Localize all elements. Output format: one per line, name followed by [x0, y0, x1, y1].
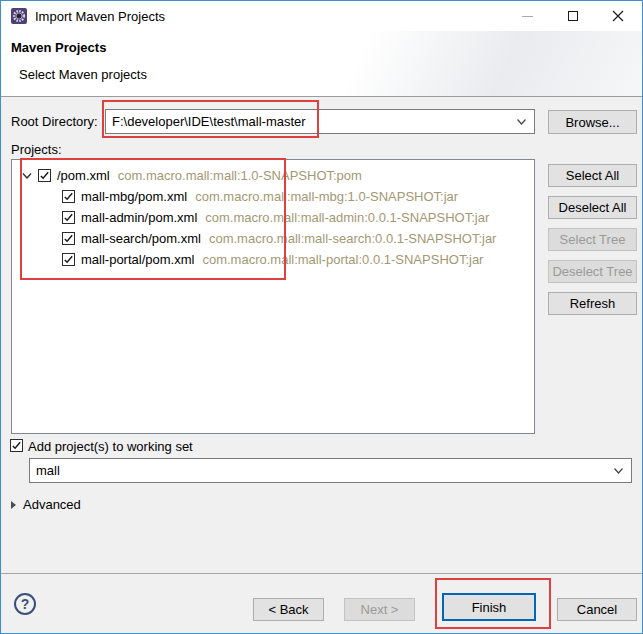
window-title: Import Maven Projects [35, 9, 165, 24]
minimize-button[interactable] [512, 1, 542, 31]
tree-expander-icon[interactable] [20, 172, 34, 180]
tree-node-label[interactable]: /pom.xml [57, 168, 110, 183]
advanced-label: Advanced [23, 497, 81, 512]
working-set-input[interactable]: mall [29, 458, 632, 483]
projects-tree[interactable]: /pom.xml com.macro.mall:mall:1.0-SNAPSHO… [11, 159, 535, 434]
projects-label: Projects: [11, 142, 62, 157]
working-set-label[interactable]: Add project(s) to working set [28, 439, 193, 454]
close-button[interactable] [603, 1, 633, 31]
checkmark-icon [63, 191, 74, 202]
tree-node-artifact: com.macro.mall:mall-mbg:1.0-SNAPSHOT:jar [195, 189, 458, 204]
select-tree-button: Select Tree [548, 228, 637, 251]
tree-row-mall-admin[interactable]: mall-admin/pom.xml com.macro.mall:mall-a… [12, 207, 534, 228]
tree-node-label[interactable]: mall-search/pom.xml [81, 231, 201, 246]
checkbox-mall-admin[interactable] [62, 211, 75, 224]
import-maven-projects-dialog: Import Maven Projects Maven Projects Sel… [0, 0, 643, 634]
maximize-button[interactable] [558, 1, 588, 31]
next-button: Next > [344, 598, 415, 621]
checkmark-icon [63, 233, 74, 244]
title-bar: Import Maven Projects [1, 1, 642, 31]
checkmark-icon [63, 254, 74, 265]
tree-row-mall-portal[interactable]: mall-portal/pom.xml com.macro.mall:mall-… [12, 249, 534, 270]
wizard-header: Maven Projects Select Maven projects [1, 31, 642, 97]
checkmark-icon [11, 440, 22, 451]
checkbox-mall-search[interactable] [62, 232, 75, 245]
checkbox-mall-portal[interactable] [62, 253, 75, 266]
checkbox-pom-root[interactable] [38, 169, 51, 182]
advanced-expander[interactable]: Advanced [11, 497, 81, 512]
tree-node-artifact: com.macro.mall:mall-portal:0.0.1-SNAPSHO… [202, 252, 483, 267]
chevron-down-icon[interactable] [516, 118, 527, 126]
maximize-icon [568, 11, 578, 21]
tree-node-artifact: com.macro.mall:mall-search:0.0.1-SNAPSHO… [209, 231, 497, 246]
footer-separator [1, 573, 642, 574]
tree-node-label[interactable]: mall-mbg/pom.xml [81, 189, 187, 204]
expand-right-icon [11, 501, 16, 509]
root-directory-label: Root Directory: [11, 114, 98, 129]
deselect-tree-button: Deselect Tree [548, 260, 637, 283]
tree-node-label[interactable]: mall-admin/pom.xml [81, 210, 197, 225]
browse-button[interactable]: Browse... [548, 110, 637, 134]
back-button[interactable]: < Back [253, 598, 324, 621]
tree-row-mall-search[interactable]: mall-search/pom.xml com.macro.mall:mall-… [12, 228, 534, 249]
help-button[interactable]: ? [14, 593, 36, 615]
help-question-icon: ? [21, 596, 30, 612]
tree-row-root[interactable]: /pom.xml com.macro.mall:mall:1.0-SNAPSHO… [12, 165, 534, 186]
tree-node-artifact: com.macro.mall:mall:1.0-SNAPSHOT:pom [118, 168, 362, 183]
checkbox-mall-mbg[interactable] [62, 190, 75, 203]
working-set-value: mall [36, 463, 60, 478]
tree-node-label[interactable]: mall-portal/pom.xml [81, 252, 194, 267]
refresh-button[interactable]: Refresh [548, 292, 637, 315]
select-all-button[interactable]: Select All [548, 164, 637, 187]
working-set-checkbox[interactable] [10, 439, 23, 452]
deselect-all-button[interactable]: Deselect All [548, 196, 637, 219]
close-icon [612, 10, 624, 22]
page-title: Maven Projects [11, 40, 106, 55]
maven-import-wizard-icon [11, 8, 27, 24]
checkmark-icon [63, 212, 74, 223]
chevron-down-icon[interactable] [613, 467, 624, 475]
root-directory-value: F:\developer\IDE\test\mall-master [112, 114, 306, 129]
root-directory-input[interactable]: F:\developer\IDE\test\mall-master [105, 109, 535, 134]
tree-node-artifact: com.macro.mall:mall-admin:0.0.1-SNAPSHOT… [205, 210, 489, 225]
finish-button[interactable]: Finish [442, 593, 536, 621]
tree-row-mall-mbg[interactable]: mall-mbg/pom.xml com.macro.mall:mall-mbg… [12, 186, 534, 207]
page-subtitle: Select Maven projects [19, 67, 147, 82]
cancel-button[interactable]: Cancel [557, 598, 637, 621]
checkmark-icon [39, 170, 50, 181]
minimize-icon [522, 16, 533, 17]
